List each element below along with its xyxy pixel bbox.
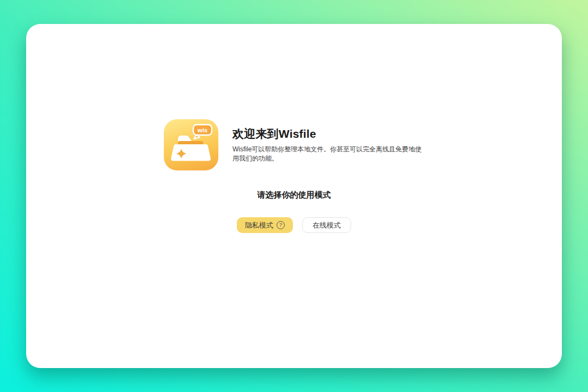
svg-text:wis: wis (197, 127, 208, 133)
mode-selection-heading: 请选择你的使用模式 (258, 190, 331, 200)
online-mode-label: 在线模式 (313, 220, 341, 230)
help-circle-icon[interactable]: ? (277, 221, 285, 229)
hero-text-block: 欢迎来到Wisfile Wisfile可以帮助你整理本地文件。你甚至可以完全离线… (232, 126, 424, 163)
folder-icon: wis (164, 119, 218, 170)
privacy-mode-button[interactable]: 隐私模式 ? (237, 217, 293, 233)
wisfile-app-icon: wis (164, 119, 218, 170)
welcome-description: Wisfile可以帮助你整理本地文件。你甚至可以完全离线且免费地使用我们的功能。 (232, 145, 424, 163)
online-mode-button[interactable]: 在线模式 (302, 217, 351, 233)
welcome-card: wis 欢迎来到Wisfile Wisfile可以帮助你整理本地文件。你甚至可以… (26, 24, 562, 368)
mode-buttons-row: 隐私模式 ? 在线模式 (237, 217, 351, 233)
welcome-title: 欢迎来到Wisfile (232, 126, 424, 142)
wis-bubble-icon: wis (193, 125, 212, 139)
privacy-mode-label: 隐私模式 (245, 220, 273, 230)
desktop-background: { "hero": { "app_icon": { "bubble_text":… (0, 0, 588, 392)
hero-section: wis 欢迎来到Wisfile Wisfile可以帮助你整理本地文件。你甚至可以… (164, 119, 424, 170)
